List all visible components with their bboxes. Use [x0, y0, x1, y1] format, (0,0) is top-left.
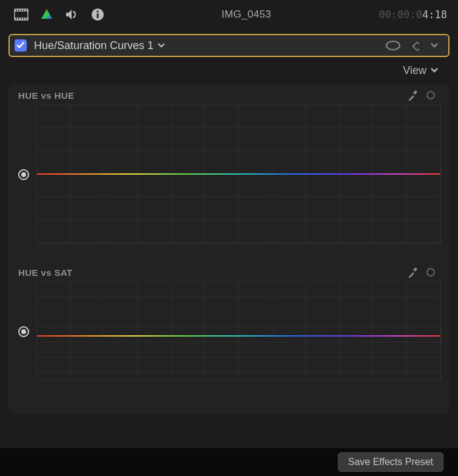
- chevron-down-icon: [430, 67, 439, 73]
- curve-grid-hue-vs-hue[interactable]: [36, 104, 441, 244]
- volume-icon[interactable]: [63, 5, 81, 24]
- eyedropper-icon[interactable]: [405, 88, 422, 102]
- curve-grid-hue-vs-sat[interactable]: [36, 281, 441, 381]
- svg-rect-5: [21, 10, 22, 11]
- svg-rect-3: [16, 10, 17, 11]
- svg-rect-12: [25, 18, 27, 19]
- filmstrip-icon[interactable]: [12, 5, 30, 24]
- eyedropper-icon[interactable]: [405, 265, 422, 280]
- enable-checkbox[interactable]: [15, 39, 27, 52]
- curve-target-radio[interactable]: [18, 326, 29, 337]
- effect-header: Hue/Saturation Curves 1: [0, 29, 458, 57]
- clip-title: IMG_0453: [114, 8, 379, 21]
- svg-rect-11: [23, 18, 24, 19]
- svg-rect-6: [23, 10, 24, 11]
- curve-block-hue-vs-hue: HUE vs HUE: [16, 89, 441, 244]
- curve-title: HUE vs SAT: [18, 267, 73, 278]
- chevron-down-icon[interactable]: [157, 42, 166, 49]
- svg-rect-15: [97, 13, 99, 18]
- effect-bar[interactable]: Hue/Saturation Curves 1: [8, 34, 450, 57]
- view-menu[interactable]: View: [0, 57, 458, 84]
- effect-menu-chevron[interactable]: [424, 37, 445, 54]
- svg-rect-8: [16, 18, 17, 19]
- curves-panel: HUE vs HUE HUE vs SAT: [8, 84, 450, 414]
- svg-point-19: [413, 45, 415, 47]
- svg-rect-10: [21, 18, 22, 19]
- svg-rect-7: [25, 10, 27, 11]
- keyframe-icon[interactable]: [403, 37, 424, 54]
- svg-point-16: [96, 10, 98, 12]
- svg-marker-13: [41, 9, 52, 19]
- reset-icon[interactable]: [422, 265, 439, 280]
- curve-target-radio[interactable]: [18, 169, 29, 180]
- spectrum-line[interactable]: [37, 173, 440, 175]
- svg-point-17: [386, 41, 400, 50]
- spectrum-line[interactable]: [37, 335, 440, 337]
- rgb-triangle-icon[interactable]: [38, 5, 56, 24]
- ellipse-mask-icon[interactable]: [383, 37, 403, 54]
- inspector-toolbar: IMG_0453 00:00:04:18: [0, 0, 458, 29]
- curve-block-hue-vs-sat: HUE vs SAT: [16, 266, 441, 381]
- footer-bar: Save Effects Preset: [0, 448, 458, 476]
- save-effects-preset-button[interactable]: Save Effects Preset: [338, 452, 443, 472]
- reset-icon[interactable]: [422, 88, 439, 102]
- info-icon[interactable]: [89, 5, 107, 24]
- svg-rect-4: [18, 10, 19, 11]
- curve-title: HUE vs HUE: [18, 90, 74, 101]
- timecode: 00:00:04:18: [379, 8, 447, 21]
- effect-name[interactable]: Hue/Saturation Curves 1: [34, 39, 153, 52]
- svg-rect-9: [18, 18, 19, 19]
- view-label: View: [403, 64, 426, 77]
